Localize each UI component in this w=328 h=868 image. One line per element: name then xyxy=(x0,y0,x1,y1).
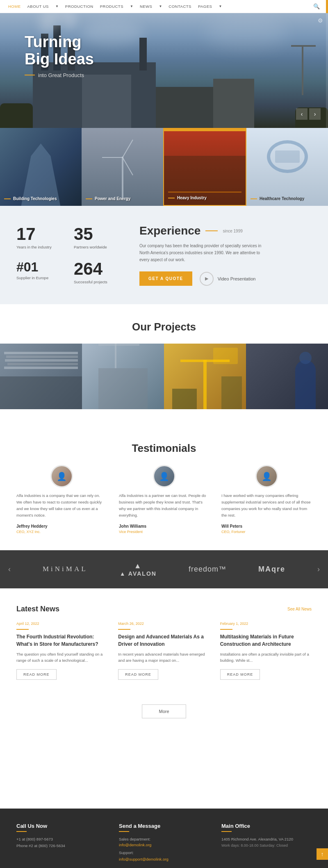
testi-name-3: Will Peters xyxy=(221,524,242,529)
get-quote-button[interactable]: GET A QUOTE xyxy=(139,271,192,286)
footer-phone-2: Phone #2 at (800) 726-5634 xyxy=(16,843,107,848)
stat-partners: 35 Partners worldwide xyxy=(74,226,119,250)
hero-prev-arrow[interactable]: ‹ xyxy=(296,108,308,120)
logo-minimal: MiNiMAL xyxy=(43,565,88,573)
industry-cards: Building Technologies Power and Energy H… xyxy=(0,128,328,206)
read-more-2[interactable]: READ MORE xyxy=(118,669,158,680)
project-item-1[interactable] xyxy=(0,344,82,409)
footer-sales-label: Sales department: xyxy=(119,837,209,841)
stat-projects-label: Successful projects xyxy=(74,279,119,285)
footer-support-email[interactable]: info@support@demolink.org xyxy=(119,857,169,861)
footer-sales-email[interactable]: info@demolink.org xyxy=(119,843,209,847)
news-card-2: March 26, 2022 Design and Advanced Mater… xyxy=(118,622,210,680)
logos-next-arrow[interactable]: › xyxy=(317,565,320,574)
settings-icon[interactable]: ⚙ xyxy=(318,17,323,24)
testi-text-2: Alfa Industries is a partner we can trus… xyxy=(119,492,209,519)
stats-section: 17 Years in the industry 35 Partners wor… xyxy=(0,206,328,304)
card-label-heavy: Heavy Industry xyxy=(168,196,207,200)
more-button[interactable]: More xyxy=(142,704,186,718)
news-date-3: February 1, 2022 xyxy=(220,622,312,626)
testi-role-2: Vice President xyxy=(119,530,209,534)
industry-card-building[interactable]: Building Technologies xyxy=(0,128,82,206)
testi-avatar-2: 👤 xyxy=(153,465,175,488)
footer-top: Call Us Now +1 at (800) 897-5673 Phone #… xyxy=(0,809,328,868)
card-label-power: Power and Energy xyxy=(86,196,130,201)
projects-section: Our Projects xyxy=(0,304,328,426)
nav-news[interactable]: NEWS xyxy=(140,4,153,9)
nav-home[interactable]: HOME xyxy=(8,4,21,9)
play-icon[interactable]: ▶ xyxy=(200,272,214,286)
footer-call-title: Call Us Now xyxy=(16,823,107,829)
exp-since: since 1999 xyxy=(223,229,242,233)
projects-grid xyxy=(0,344,328,409)
nav-products[interactable]: PRODUCTS xyxy=(100,4,123,9)
card-label-building: Building Technologies xyxy=(4,196,57,201)
stat-partners-num: 35 xyxy=(74,226,119,243)
stat-projects-num: 264 xyxy=(74,260,119,278)
read-more-1[interactable]: READ MORE xyxy=(16,669,57,680)
testimonials-title: Testimonials xyxy=(16,442,312,455)
news-card-1: April 12, 2022 The Fourth Industrial Rev… xyxy=(16,622,108,680)
spacer xyxy=(0,735,328,809)
stat-years: 17 Years in the industry xyxy=(16,226,61,250)
nav-contacts[interactable]: CONTACTS xyxy=(169,4,191,9)
nav-about-arrow: ▼ xyxy=(55,5,59,8)
news-card-3: February 1, 2022 Multitasking Materials … xyxy=(220,622,312,680)
search-icon[interactable]: 🔍 xyxy=(313,3,320,9)
news-excerpt-2: In recent years advanced materials have … xyxy=(118,651,210,663)
footer-call: Call Us Now +1 at (800) 897-5673 Phone #… xyxy=(16,823,107,862)
footer-message: Send a Message Sales department: info@de… xyxy=(119,823,209,862)
video-label: Video Presentation xyxy=(218,276,256,281)
news-headline-2: Design and Advanced Materials As a Drive… xyxy=(118,633,210,648)
exp-desc: Our company has been the leading provide… xyxy=(139,242,262,263)
footer-phone-1: +1 at (800) 897-5673 xyxy=(16,837,107,841)
news-date-1: April 12, 2022 xyxy=(16,622,108,626)
stat-supplier: #01 Supplier in Europe xyxy=(16,260,61,285)
logos-section: ‹ MiNiMAL ▲ ▲ AVALON freedom™ MAqre › xyxy=(0,550,328,588)
footer-office: Main Office 1405 Richmond Ave. Alexandri… xyxy=(221,823,312,862)
industry-card-health[interactable]: Healthcare Technology xyxy=(246,128,328,206)
testi-role-3: CEO, Fortuner xyxy=(221,530,312,534)
project-item-2[interactable] xyxy=(82,344,164,409)
card-label-health: Healthcare Technology xyxy=(251,196,304,201)
testimonial-1: 👤 Alfa Industries is a company that we c… xyxy=(16,465,107,534)
testimonial-3: 👤 I have worked with many companies offe… xyxy=(221,465,312,534)
news-excerpt-1: The question you often find yourself sta… xyxy=(16,651,108,663)
footer-address: 1405 Richmond Ave. Alexandria, VA 2120 xyxy=(221,837,312,841)
testimonials-grid: 👤 Alfa Industries is a company that we c… xyxy=(16,465,312,534)
news-excerpt-3: Installations are often a practically in… xyxy=(220,651,312,663)
news-headline-1: The Fourth Industrial Revolution: What's… xyxy=(16,633,108,648)
testi-avatar-3: 👤 xyxy=(255,465,278,488)
stat-partners-label: Partners worldwide xyxy=(74,244,119,250)
industry-card-power[interactable]: Power and Energy xyxy=(82,128,163,206)
nav-pages[interactable]: PAGES xyxy=(198,4,212,9)
stats-numbers: 17 Years in the industry 35 Partners wor… xyxy=(16,226,119,285)
project-item-3[interactable] xyxy=(164,344,246,409)
projects-title: Our Projects xyxy=(0,321,328,333)
read-more-3[interactable]: READ MORE xyxy=(220,669,260,680)
project-item-4[interactable] xyxy=(246,344,328,409)
stat-projects: 264 Successful projects xyxy=(74,260,119,285)
logo-avalon: ▲ ▲ AVALON xyxy=(120,562,157,577)
nav-accent-line xyxy=(326,0,328,13)
nav-about[interactable]: ABOUT US xyxy=(27,4,49,9)
nav-production[interactable]: PRODUCTION xyxy=(65,4,93,9)
nav-products-arrow: ▼ xyxy=(130,5,133,8)
stat-supplier-num: #01 xyxy=(16,260,61,273)
nav-pages-arrow: ▼ xyxy=(219,5,222,8)
news-title: Latest News xyxy=(16,605,59,613)
back-to-top-button[interactable]: ↑ xyxy=(317,848,328,860)
hero-title: Turning Big Ideas xyxy=(25,34,94,68)
news-headline-3: Multitasking Materials in Future Constru… xyxy=(220,633,312,648)
hero-next-arrow[interactable]: › xyxy=(309,108,321,120)
testi-avatar-1: 👤 xyxy=(50,465,73,488)
industry-card-heavy[interactable]: Heavy Industry xyxy=(163,128,246,206)
video-btn[interactable]: ▶ Video Presentation xyxy=(200,272,256,286)
main-nav: HOME ABOUT US ▼ PRODUCTION PRODUCTS ▼ NE… xyxy=(0,0,328,13)
see-all-news[interactable]: See All News xyxy=(287,607,312,611)
logo-maqre: MAqre xyxy=(258,565,285,574)
news-section: Latest News See All News April 12, 2022 … xyxy=(0,588,328,696)
testi-name-1: Jeffrey Heddery xyxy=(16,524,48,529)
testi-text-3: I have worked with many companies offeri… xyxy=(221,492,312,519)
logos-prev-arrow[interactable]: ‹ xyxy=(8,565,11,574)
